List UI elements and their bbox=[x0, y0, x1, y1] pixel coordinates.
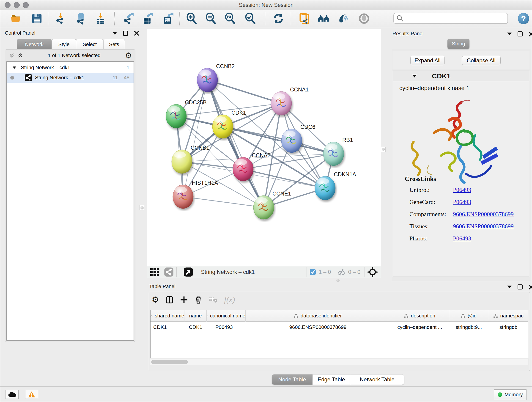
tab-sets[interactable]: Sets bbox=[103, 39, 125, 50]
import-network-file-button[interactable] bbox=[55, 12, 67, 25]
network-collection-row[interactable]: String Network – cdk1 1 bbox=[7, 63, 133, 73]
column-header-namespace[interactable]: namespac bbox=[488, 310, 528, 322]
column-header-id[interactable]: @id bbox=[449, 310, 488, 322]
horizontal-splitter-handle[interactable] bbox=[335, 279, 340, 282]
hide-panel-eye-button[interactable] bbox=[337, 12, 350, 25]
tab-network-table[interactable]: Network Table bbox=[350, 374, 404, 385]
grid-view-icon[interactable] bbox=[150, 268, 160, 277]
export-image-button[interactable] bbox=[162, 12, 174, 25]
export-network-button[interactable] bbox=[122, 12, 135, 25]
import-table-file-button[interactable] bbox=[94, 12, 107, 25]
table-options-gear-icon[interactable]: ⚙ bbox=[152, 296, 159, 304]
column-header-description[interactable]: description bbox=[390, 310, 449, 322]
network-edge[interactable] bbox=[207, 80, 281, 103]
toolbar-separator bbox=[179, 12, 180, 26]
tab-string[interactable]: String bbox=[447, 39, 469, 49]
network-list-card: 1 of 1 Network selected ⚙ String Network… bbox=[5, 49, 135, 342]
network-node-ccne1[interactable]: CCNE1 bbox=[253, 191, 291, 219]
collapse-all-button[interactable]: Collapse All bbox=[462, 56, 500, 65]
collection-expand-icon[interactable] bbox=[13, 66, 16, 69]
column-header-canonical-name[interactable]: canonical name bbox=[207, 310, 246, 322]
network-edge[interactable] bbox=[223, 127, 334, 154]
show-columns-icon[interactable] bbox=[166, 296, 173, 303]
table-row[interactable]: CDK1 CDK1 P06493 9606.ENSP00000378699 cy… bbox=[151, 322, 528, 332]
control-panel-close-icon[interactable] bbox=[134, 31, 139, 36]
network-node-cdkn1a[interactable]: CDKN1A bbox=[315, 171, 356, 200]
column-header-shared-name[interactable]: shared name bbox=[151, 310, 184, 322]
expand-all-icon[interactable] bbox=[17, 52, 23, 58]
genecard-link[interactable]: P06493 bbox=[453, 199, 471, 205]
homology-button[interactable] bbox=[318, 12, 330, 25]
search-input[interactable] bbox=[404, 15, 502, 22]
network-edge[interactable] bbox=[183, 197, 264, 207]
table-panel-float-icon[interactable] bbox=[507, 286, 512, 288]
uniprot-link[interactable]: P06493 bbox=[453, 186, 471, 193]
network-badge-gray-icon[interactable] bbox=[164, 267, 174, 277]
results-panel-maximize-icon[interactable] bbox=[518, 32, 523, 36]
control-panel-float-icon[interactable] bbox=[113, 32, 117, 35]
network-node-rb1[interactable]: RB1 bbox=[323, 137, 353, 166]
crosslink-row: Compartments:9606.ENSP00000378699 bbox=[409, 211, 514, 218]
table-panel-close-icon[interactable] bbox=[529, 284, 532, 289]
tissues-link[interactable]: 9606.ENSP00000378699 bbox=[453, 223, 514, 230]
right-splitter-handle[interactable] bbox=[381, 147, 386, 152]
network-row-selected[interactable]: String Network – cdk1 11 48 bbox=[7, 73, 133, 83]
import-network-database-button[interactable] bbox=[75, 12, 87, 25]
column-header-name[interactable]: name bbox=[184, 310, 207, 322]
tab-node-table[interactable]: Node Table bbox=[272, 374, 312, 385]
network-edge[interactable] bbox=[243, 169, 325, 188]
hidden-counts: 0 – 0 bbox=[348, 269, 360, 275]
search-box bbox=[393, 13, 508, 24]
selected-checkbox-icon[interactable] bbox=[310, 269, 316, 275]
column-header-database-identifier[interactable]: database identifier bbox=[246, 310, 390, 322]
help-button[interactable]: ? bbox=[518, 13, 529, 24]
pharos-link[interactable]: P06493 bbox=[453, 235, 471, 242]
zoom-selected-button[interactable] bbox=[244, 12, 257, 25]
tab-network[interactable]: Network bbox=[17, 39, 52, 50]
fit-selected-crosshair-icon[interactable] bbox=[367, 267, 378, 277]
open-session-button[interactable] bbox=[10, 12, 22, 25]
zoom-out-button[interactable] bbox=[205, 12, 217, 25]
table-toolbar: ⚙ f(x) bbox=[152, 295, 235, 304]
left-splitter-handle[interactable] bbox=[139, 205, 144, 211]
network-node-hist1h1a[interactable]: HIST1H1A bbox=[173, 180, 218, 209]
hidden-eye-icon[interactable] bbox=[337, 268, 346, 276]
tab-edge-table[interactable]: Edge Table bbox=[312, 374, 350, 385]
zoom-in-button[interactable] bbox=[186, 12, 198, 25]
export-table-button[interactable] bbox=[142, 12, 154, 25]
save-session-button[interactable] bbox=[31, 12, 43, 25]
copy-network-button[interactable] bbox=[298, 12, 310, 25]
tab-select[interactable]: Select bbox=[76, 39, 103, 50]
gene-collapse-icon[interactable] bbox=[412, 75, 417, 77]
table-panel-maximize-icon[interactable] bbox=[518, 284, 523, 289]
node-label-cdk1: CDK1 bbox=[231, 109, 246, 116]
network-edge[interactable] bbox=[207, 80, 264, 207]
network-node-ccnb1[interactable]: CCNB1 bbox=[172, 145, 209, 173]
compartments-link[interactable]: 9606.ENSP00000378699 bbox=[453, 211, 514, 217]
scrollbar-thumb[interactable] bbox=[151, 360, 188, 364]
search-icon bbox=[397, 15, 404, 22]
network-options-gear-icon[interactable]: ⚙ bbox=[125, 51, 132, 59]
expand-all-button[interactable]: Expand All bbox=[410, 56, 445, 65]
delete-column-icon[interactable] bbox=[195, 296, 202, 304]
tab-style[interactable]: Style bbox=[52, 39, 76, 50]
network-canvas[interactable]: CCNB2CCNA1CDC25BCDK1CDC6RB1CCNB1CCNA2CDK… bbox=[147, 29, 381, 266]
window-title: Session: New Session bbox=[0, 2, 532, 8]
collapse-all-icon[interactable] bbox=[9, 52, 15, 58]
add-column-icon[interactable] bbox=[180, 296, 188, 304]
birds-eye-view-icon[interactable] bbox=[184, 267, 193, 277]
network-graph: CCNB2CCNA1CDC25BCDK1CDC6RB1CCNB1CCNA2CDK… bbox=[147, 29, 381, 266]
network-node-cdk1[interactable]: CDK1 bbox=[212, 109, 246, 138]
refresh-button[interactable] bbox=[272, 12, 285, 25]
inactive-eye-button[interactable] bbox=[358, 12, 370, 25]
warning-button[interactable] bbox=[25, 390, 38, 399]
results-panel-float-icon[interactable] bbox=[507, 32, 512, 35]
cell-shared-name: CDK1 bbox=[151, 322, 184, 332]
cloud-button[interactable] bbox=[6, 390, 19, 399]
results-panel-close-icon[interactable] bbox=[529, 32, 532, 36]
zoom-fit-button[interactable] bbox=[224, 12, 236, 25]
memory-button[interactable]: Memory bbox=[494, 389, 526, 400]
table-horizontal-scrollbar[interactable] bbox=[150, 359, 528, 365]
gene-section-header[interactable]: CDK1 bbox=[393, 71, 529, 81]
control-panel-maximize-icon[interactable] bbox=[123, 31, 128, 36]
